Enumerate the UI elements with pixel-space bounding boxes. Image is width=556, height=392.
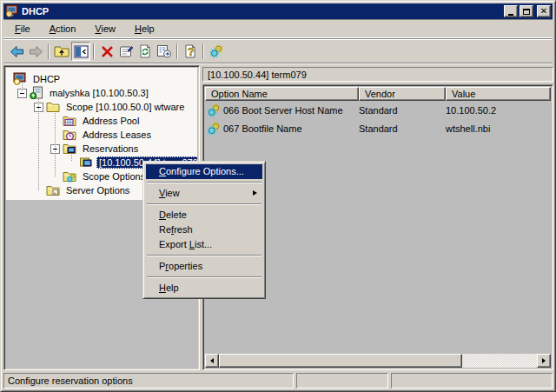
up-one-level-button[interactable] xyxy=(52,42,71,61)
properties-icon xyxy=(119,44,134,58)
expand-slot xyxy=(17,86,30,100)
menu-separator xyxy=(147,276,261,278)
tree-item-label: Scope [10.100.50.0] wtware xyxy=(63,101,187,113)
scrollbar-thumb[interactable] xyxy=(219,354,462,368)
scroll-right-button[interactable] xyxy=(537,354,551,368)
listview-header: Option Name Vendor Value xyxy=(205,87,551,101)
app-icon xyxy=(5,4,19,18)
close-button[interactable]: ✕ xyxy=(537,5,551,17)
option-row-066[interactable]: 066 Boot Server Host Name Standard 10.10… xyxy=(205,101,551,119)
tree-item-label: Scope Options xyxy=(80,170,148,183)
tree-item-address-leases[interactable]: Address Leases xyxy=(6,128,197,142)
dhcp-options-button[interactable] xyxy=(207,42,226,61)
toolbar-separator xyxy=(48,43,50,59)
tree-item-dhcp-root[interactable]: DHCP xyxy=(6,72,197,86)
menu-item-configure-options[interactable]: Configure Options... xyxy=(146,164,262,179)
menu-item-view[interactable]: View xyxy=(146,186,262,201)
toolbar-separator xyxy=(176,43,178,59)
tree-item-scope[interactable]: Scope [10.100.50.0] wtware xyxy=(6,100,197,114)
tree-item-label: malyshka [10.100.50.3] xyxy=(47,87,151,99)
column-header-value[interactable]: Value xyxy=(446,87,551,101)
menu-separator xyxy=(147,182,261,183)
submenu-arrow-icon xyxy=(253,190,257,196)
tree-item-server[interactable]: malyshka [10.100.50.3] xyxy=(6,86,197,100)
status-message: Configure reservation options xyxy=(3,373,294,389)
option-row-067[interactable]: 067 Bootfile Name Standard wtshell.nbi xyxy=(205,119,551,137)
menu-item-help[interactable]: Help xyxy=(146,281,262,296)
export-list-icon xyxy=(156,44,172,58)
delete-button[interactable] xyxy=(97,42,116,61)
left-arrow-icon xyxy=(210,358,214,363)
toolbar-separator xyxy=(93,43,95,59)
column-header-vendor[interactable]: Vendor xyxy=(359,87,446,101)
right-arrow-icon xyxy=(542,358,546,363)
gears-icon xyxy=(207,103,221,117)
tree-item-reservations[interactable]: Reservations xyxy=(6,142,197,156)
expand-slot xyxy=(34,100,46,114)
option-name: 066 Boot Server Host Name xyxy=(223,105,343,116)
horizontal-scrollbar[interactable] xyxy=(205,354,551,368)
back-button[interactable] xyxy=(7,42,26,61)
tree-item-label: Address Pool xyxy=(80,115,142,127)
help-button[interactable]: ? xyxy=(181,42,200,61)
back-icon xyxy=(10,45,24,58)
menu-separator xyxy=(147,255,261,256)
tree-connector xyxy=(71,155,72,162)
forward-icon xyxy=(29,45,43,58)
show-hide-tree-button[interactable] xyxy=(71,42,90,61)
toolbar: ? xyxy=(3,40,553,63)
menu-help[interactable]: Help xyxy=(129,22,161,36)
close-icon: ✕ xyxy=(540,7,547,16)
dhcp-root-icon xyxy=(13,72,27,86)
minimize-icon xyxy=(508,14,513,16)
scroll-left-button[interactable] xyxy=(205,354,219,368)
tree-item-address-pool[interactable]: Address Pool xyxy=(6,114,197,128)
status-panel-3 xyxy=(391,373,553,389)
menu-file[interactable]: File xyxy=(9,22,36,36)
refresh-button[interactable] xyxy=(136,42,155,61)
tree-item-label: Address Leases xyxy=(80,129,154,141)
help-icon: ? xyxy=(183,44,198,58)
maximize-button[interactable] xyxy=(520,5,533,17)
column-header-option-name[interactable]: Option Name xyxy=(205,87,359,101)
menu-bar: File Action View Help xyxy=(3,19,553,38)
description-text: [10.100.50.44] term079 xyxy=(208,70,307,80)
menu-item-export-list[interactable]: Export List... xyxy=(146,237,262,252)
option-vendor: Standard xyxy=(359,123,398,134)
menu-item-properties[interactable]: Properties xyxy=(146,259,262,274)
refresh-icon xyxy=(138,44,153,58)
menu-separator xyxy=(147,203,261,205)
forward-button[interactable] xyxy=(26,42,45,61)
gears-icon xyxy=(209,44,223,58)
status-bar: Configure reservation options xyxy=(3,373,553,389)
tree-item-label: DHCP xyxy=(30,73,63,85)
dhcp-mmc-window: DHCP ✕ File Action View Help xyxy=(0,0,556,392)
export-list-button[interactable] xyxy=(155,42,174,61)
folder-icon xyxy=(46,100,60,114)
properties-button[interactable] xyxy=(116,42,136,61)
menu-action[interactable]: Action xyxy=(43,22,83,36)
show-hide-tree-icon xyxy=(74,45,89,58)
delete-icon xyxy=(101,45,114,58)
tree-connector xyxy=(55,113,56,177)
tree-item-label: Server Options xyxy=(63,184,132,196)
address-leases-icon xyxy=(63,128,76,142)
title-bar[interactable]: DHCP ✕ xyxy=(3,3,553,19)
scrollbar-track[interactable] xyxy=(462,354,537,368)
description-bar: [10.100.50.44] term079 xyxy=(202,67,553,82)
option-vendor: Standard xyxy=(359,105,398,116)
reservations-icon xyxy=(63,142,76,156)
minimize-button[interactable] xyxy=(504,5,518,17)
gears-icon xyxy=(207,122,221,136)
toolbar-divider xyxy=(3,63,553,64)
up-one-level-icon xyxy=(54,44,70,58)
option-value: wtshell.nbi xyxy=(446,123,490,134)
menu-item-refresh[interactable]: Refresh xyxy=(146,223,262,237)
context-menu: Configure Options... View Delete Refresh… xyxy=(142,161,266,299)
toolbar-separator xyxy=(202,43,204,59)
status-panel-2 xyxy=(296,373,388,389)
menu-item-delete[interactable]: Delete xyxy=(146,208,262,223)
menu-view[interactable]: View xyxy=(89,22,122,36)
tree-item-label: Reservations xyxy=(80,143,141,155)
tree-connector xyxy=(38,99,39,191)
